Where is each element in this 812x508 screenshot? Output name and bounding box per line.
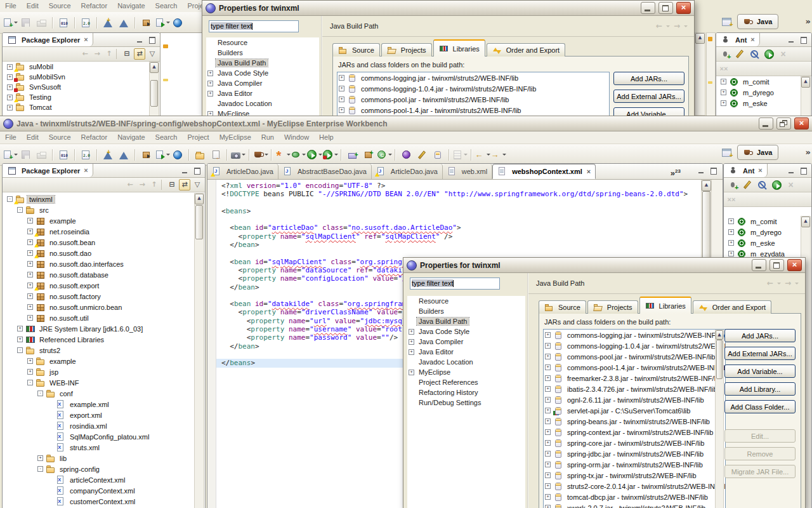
run-server-button[interactable]: [322, 147, 337, 163]
properties-tree-item[interactable]: Javadoc Location: [407, 357, 525, 367]
dialog-button[interactable]: Add Class Folder...: [724, 400, 796, 413]
dialog-button[interactable]: Migrate JAR File...: [724, 465, 796, 478]
myeclipse-derby-button[interactable]: [275, 147, 290, 163]
new-wizard2-button[interactable]: [116, 15, 131, 30]
tree-item[interactable]: + Testing: [3, 92, 149, 102]
open-perspective-button[interactable]: [719, 14, 734, 29]
run-ant-button[interactable]: [763, 48, 775, 60]
expander-icon[interactable]: +: [7, 84, 13, 90]
code-line[interactable]: <property name="sqlMapClient" ref="sqlMa…: [221, 232, 701, 241]
hide-internal-targets-button[interactable]: [748, 48, 761, 60]
view-tab-ant[interactable]: Ant: [724, 164, 768, 177]
view-menu-button[interactable]: ▽: [147, 49, 157, 59]
maximize-button[interactable]: [769, 259, 784, 271]
tree-item[interactable]: + lib: [3, 453, 194, 464]
close-view-icon[interactable]: [750, 36, 754, 43]
editor-tab[interactable]: ArticleDao.java: [372, 164, 443, 179]
menu-item[interactable]: Refactor: [76, 0, 113, 12]
expander-icon[interactable]: +: [409, 370, 414, 375]
expander-icon[interactable]: +: [721, 100, 726, 106]
tree-item[interactable]: customerContext.xml: [3, 496, 194, 507]
perspective-overflow-chevron[interactable]: »: [806, 15, 811, 28]
menu-item[interactable]: Help: [314, 131, 339, 144]
back-button[interactable]: ←: [764, 279, 776, 288]
link-with-editor-button[interactable]: ⇄: [134, 48, 145, 60]
expander-icon[interactable]: +: [545, 332, 551, 338]
revert-file-button[interactable]: [208, 147, 223, 163]
tree-item[interactable]: - struts2: [3, 345, 194, 356]
back-history-button[interactable]: [475, 147, 490, 163]
new-web-wizard-button[interactable]: [100, 147, 115, 163]
expander-icon[interactable]: +: [27, 239, 33, 245]
ant-target-item[interactable]: + m_dyrego: [717, 87, 801, 98]
error-marker[interactable]: [708, 37, 712, 41]
expander-icon[interactable]: +: [27, 218, 33, 224]
expander-icon[interactable]: +: [339, 86, 344, 91]
properties-tree-item[interactable]: + Java Compiler: [206, 78, 319, 88]
toolbar-button[interactable]: [49, 147, 55, 163]
dialog-button[interactable]: Add JARs...: [613, 72, 684, 85]
toolbar-button[interactable]: [446, 147, 452, 163]
minimize-button[interactable]: [759, 117, 773, 130]
toolbar-button[interactable]: [49, 15, 55, 30]
tree-item[interactable]: + no.susoft.database: [3, 269, 194, 280]
maximize-view-button[interactable]: [799, 166, 809, 175]
expander-icon[interactable]: +: [545, 408, 551, 413]
back-button[interactable]: ←: [125, 180, 135, 190]
minimize-view-button[interactable]: [180, 166, 190, 175]
jar-list-item[interactable]: + freemarker-2.3.8.jar - twinxml/struts2…: [544, 373, 725, 384]
menu-item[interactable]: Project: [182, 131, 214, 144]
view-tab-package-explorer[interactable]: Package Explorer: [3, 164, 93, 177]
jar-list-item[interactable]: + servlet-api.jar - C:\SuServer\Tomcat6\…: [544, 405, 725, 416]
jar-list-item[interactable]: + struts2-core-2.0.14.jar - twinxml/stru…: [544, 481, 725, 491]
dialog-button[interactable]: Edit...: [724, 429, 796, 443]
close-button[interactable]: [794, 117, 809, 130]
properties-tree-item[interactable]: Builders: [206, 48, 319, 58]
scroll-thumb[interactable]: [716, 340, 723, 379]
jar-list-item[interactable]: + commons-pool-1.4.jar - twinxml/struts2…: [544, 362, 725, 373]
tree-item[interactable]: + SvnSusoft: [3, 82, 149, 92]
tree-item[interactable]: struts.xml: [3, 442, 194, 453]
code-line[interactable]: <bean id="articleDao" class="no.susoft.d…: [221, 224, 701, 232]
expander-icon[interactable]: +: [27, 358, 33, 364]
new-wizard-button[interactable]: [2, 15, 17, 30]
code-line[interactable]: <?xml version="1.0" encoding="UTF-8" ?>: [221, 182, 701, 190]
menu-item[interactable]: Source: [44, 0, 76, 12]
view-tool[interactable]: [116, 49, 120, 59]
menu-item[interactable]: File: [0, 131, 22, 144]
scroll-up-icon[interactable]: ▲: [702, 180, 711, 191]
expander-icon[interactable]: +: [17, 326, 23, 331]
expander-icon[interactable]: -: [37, 466, 43, 472]
properties-tree-item[interactable]: Javadoc Location: [206, 98, 319, 109]
dialog-tab[interactable]: Order and Export: [487, 43, 565, 57]
expander-icon[interactable]: +: [37, 455, 43, 461]
expander-icon[interactable]: +: [545, 462, 551, 467]
close-view-icon[interactable]: [84, 36, 88, 43]
binary-file-button[interactable]: [56, 15, 71, 30]
expander-icon[interactable]: -: [17, 207, 23, 213]
expander-icon[interactable]: +: [545, 397, 551, 403]
expander-icon[interactable]: +: [545, 418, 551, 424]
view-tab-ant[interactable]: Ant: [716, 33, 760, 46]
run-ant-button[interactable]: [770, 179, 783, 190]
pkx-scrollbar[interactable]: ▲: [194, 193, 204, 508]
collapse-all-button[interactable]: ⊟: [167, 180, 177, 190]
dropdown-caret-icon[interactable]: [14, 22, 18, 23]
print-button[interactable]: [34, 147, 49, 163]
jar-list-item[interactable]: + commons-pool-1.4.jar - twinxml/struts2…: [337, 105, 609, 116]
code-line[interactable]: </bean>: [221, 241, 701, 249]
new-package-button[interactable]: [360, 147, 376, 163]
expander-icon[interactable]: +: [409, 339, 414, 345]
expander-icon[interactable]: +: [339, 97, 344, 102]
menu-item[interactable]: Search: [150, 131, 183, 144]
dropdown-caret-icon[interactable]: [166, 154, 170, 156]
window-titlebar[interactable]: Java - twinxml/struts2/WEB-INF/spring-co…: [0, 116, 812, 131]
jar-list-item[interactable]: + tomcat-dbcp.jar - twinxml/struts2/WEB-…: [544, 491, 725, 502]
toolbar-button[interactable]: [94, 147, 100, 163]
search-buildfile-button[interactable]: [733, 48, 746, 60]
menu-item[interactable]: MyEclipse: [214, 131, 256, 144]
forward-button[interactable]: →: [137, 180, 147, 190]
code-line[interactable]: <!DOCTYPE beans PUBLIC "-//SPRING//DTD B…: [221, 190, 701, 198]
expander-icon[interactable]: +: [545, 375, 551, 381]
close-view-icon[interactable]: [84, 167, 88, 174]
